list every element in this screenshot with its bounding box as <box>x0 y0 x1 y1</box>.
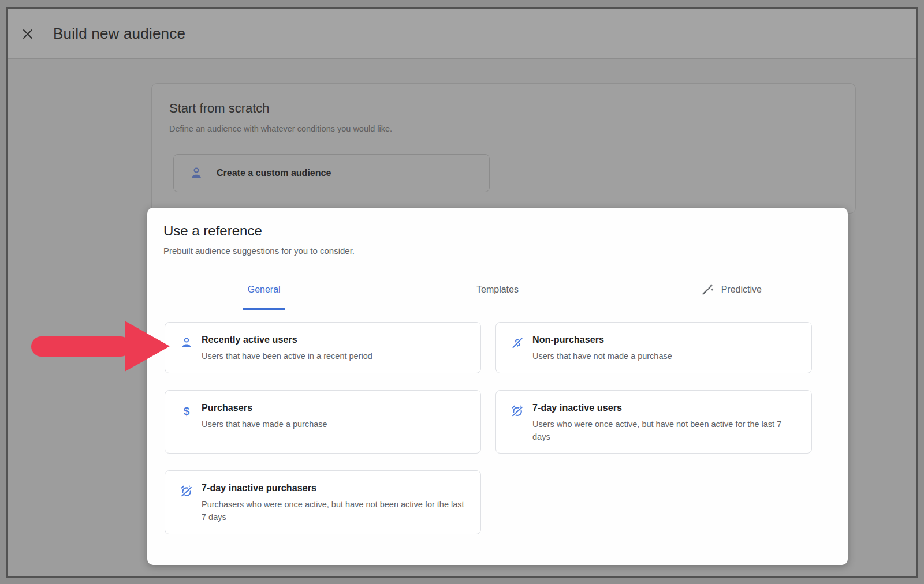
magic-wand-icon <box>701 283 714 297</box>
card-description: Users that have made a purchase <box>202 418 327 431</box>
person-icon <box>189 166 204 181</box>
card-7-day-inactive-users[interactable]: 7-day inactive users Users who were once… <box>495 390 812 454</box>
card-purchasers[interactable]: $ Purchasers Users that have made a purc… <box>165 390 481 454</box>
svg-text:$: $ <box>184 405 190 417</box>
card-description: Users who were once active, but have not… <box>532 418 795 444</box>
card-title: Purchasers <box>202 403 327 413</box>
close-icon[interactable] <box>17 24 38 44</box>
card-title: 7-day inactive purchasers <box>202 483 464 493</box>
tab-templates-label: Templates <box>476 284 519 295</box>
money-off-icon: $ <box>511 336 524 350</box>
card-7-day-inactive-purchasers[interactable]: 7-day inactive purchasers Purchasers who… <box>165 470 481 534</box>
card-non-purchasers[interactable]: $ Non-purchasers Users that have not mad… <box>495 322 812 373</box>
tab-general-label: General <box>248 284 281 295</box>
card-description: Purchasers who were once active, but hav… <box>202 499 464 524</box>
person-icon <box>180 336 193 350</box>
start-from-scratch-title: Start from scratch <box>169 101 838 116</box>
reference-tabs: General Templates Predictive <box>147 269 848 310</box>
tab-predictive-label: Predictive <box>721 284 762 295</box>
dollar-icon: $ <box>180 404 193 418</box>
use-a-reference-description: Prebuilt audience suggestions for you to… <box>163 246 355 256</box>
start-from-scratch-description: Define an audience with whatever conditi… <box>169 124 838 133</box>
start-from-scratch-section: Start from scratch Define an audience wi… <box>151 83 856 214</box>
card-description: Users that have been active in a recent … <box>202 350 372 363</box>
card-title: Non-purchasers <box>532 335 672 345</box>
card-title: 7-day inactive users <box>532 403 795 413</box>
alarm-off-icon <box>180 484 193 498</box>
tab-templates[interactable]: Templates <box>381 269 614 310</box>
tab-general[interactable]: General <box>147 269 381 310</box>
use-a-reference-section: Use a reference Prebuilt audience sugges… <box>147 208 848 565</box>
dialog-title: Build new audience <box>53 25 185 43</box>
create-custom-audience-label: Create a custom audience <box>217 168 331 178</box>
create-custom-audience-button[interactable]: Create a custom audience <box>173 154 490 192</box>
card-title: Recently active users <box>202 335 372 345</box>
dialog-header: Build new audience <box>8 9 916 59</box>
audience-suggestion-grid: Recently active users Users that have be… <box>165 322 812 534</box>
card-recently-active-users[interactable]: Recently active users Users that have be… <box>165 322 481 373</box>
tab-predictive[interactable]: Predictive <box>614 269 848 310</box>
alarm-off-icon <box>511 404 524 418</box>
card-description: Users that have not made a purchase <box>532 350 672 363</box>
use-a-reference-title: Use a reference <box>163 223 262 239</box>
